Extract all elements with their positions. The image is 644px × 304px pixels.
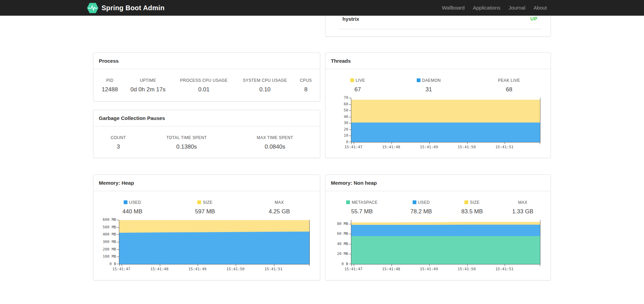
threads-chart: 010203040506070 15:41:4715:41:4815:41:49… [351,98,540,151]
x-tick-label: 15:41:50 [458,145,476,149]
nav-link-journal[interactable]: Journal [505,0,530,16]
y-tick-label: 40 MB [337,242,348,246]
metric-label: PEAK LIVE [470,78,548,83]
heap-chart: 0 B100 MB200 MB300 MB400 MB500 MB600 MB … [119,220,310,273]
metric-value: 3 [96,140,140,150]
metric-value: 0d 0h 2m 17s [124,83,172,93]
y-tick-mark [349,142,351,142]
nonheap-chart-x-axis: 15:41:4715:41:4815:41:4915:41:5015:41:51 [351,264,540,273]
metric-value: 0.0840s [233,140,317,150]
heap-chart-x-axis: 15:41:4715:41:4815:41:4915:41:5015:41:51 [119,264,310,273]
metric-value: 440 MB [96,205,169,215]
gc-pauses-card: Garbage Collection Pauses COUNTTOTAL TIM… [93,110,320,158]
metric-label: PROCESS CPU USAGE [172,78,235,83]
area-series-daemon [351,122,540,142]
y-tick-mark [349,136,351,136]
metric-value: 0.01 [172,83,235,93]
metric-label: UPTIME [124,78,172,83]
pulse-hexagon-icon [87,3,98,13]
health-indicator-name: hystrix [342,16,359,22]
threads-chart-y-axis: 010203040506070 [325,98,348,142]
heap-chart-plot [119,220,310,264]
y-tick-mark [117,264,119,264]
metric-label: USED [96,200,169,205]
nav-link-wallboard[interactable]: Wallboard [438,0,469,16]
y-tick-label: 200 MB [103,247,116,252]
threads-card: Threads LIVEDAEMONPEAK LIVE673168 010203… [325,52,551,158]
x-tick-label: 15:41:51 [495,145,513,149]
process-card: Process PIDUPTIMEPROCESS CPU USAGESYSTEM… [93,52,320,102]
health-status-badge: UP [531,16,537,21]
metric-label: LIVE [328,78,387,83]
nonheap-legend-table: METASPACEUSEDSIZEMAX55.7 MB78.2 MB83.5 M… [328,200,548,215]
x-tick-label: 15:41:47 [344,145,363,149]
metric-value: 1.33 GB [497,205,548,215]
x-tick-label: 15:41:48 [150,267,168,271]
x-tick-label: 15:41:47 [112,267,131,271]
metric-label: MAX [241,200,317,205]
y-tick-label: 0 B [341,262,348,266]
nav-link-applications[interactable]: Applications [469,0,505,16]
metric-value: 55.7 MB [328,205,396,215]
threads-chart-x-axis: 15:41:4715:41:4815:41:4915:41:5015:41:51 [351,142,540,151]
navbar-inner: Spring Boot Admin Wallboard Applications… [93,0,551,16]
heap-legend-table: USEDSIZEMAX440 MB597 MB4.25 GB [96,200,317,215]
y-tick-mark [349,130,351,130]
y-tick-label: 600 MB [103,217,116,222]
y-tick-label: 500 MB [103,225,116,229]
legend-swatch-icon [124,200,127,204]
metric-label: SIZE [169,200,241,205]
y-tick-label: 30 [344,121,348,125]
metric-value: 8 [294,83,317,93]
y-tick-mark [349,110,351,111]
metric-label: USED [396,200,446,205]
memory-heap-card: Memory: Heap USEDSIZEMAX440 MB597 MB4.25… [93,174,320,280]
area-series-used [119,232,309,264]
health-row: hystrix UP [338,16,542,29]
nav-link-about[interactable]: About [530,0,551,16]
y-tick-label: 70 [344,95,348,100]
y-tick-label: 0 B [109,262,116,266]
y-tick-label: 80 MB [337,222,348,226]
x-tick-label: 15:41:48 [382,267,400,271]
x-tick-label: 15:41:51 [264,267,282,271]
x-tick-label: 15:41:50 [227,267,245,271]
metric-value: 83.5 MB [447,205,497,215]
y-tick-mark [349,98,351,98]
y-tick-mark [117,220,119,220]
metric-value: 68 [470,83,548,93]
nonheap-chart: 0 B20 MB40 MB60 MB80 MB 15:41:4715:41:48… [351,220,540,273]
y-tick-label: 50 [344,108,348,112]
metric-label: CPUS [294,78,317,83]
metric-value: 31 [387,83,470,93]
metric-label: DAEMON [387,78,470,83]
metric-label: SIZE [447,200,497,205]
metric-value: 0.1380s [140,140,233,150]
brand-link[interactable]: Spring Boot Admin [87,3,165,13]
y-tick-mark [349,264,351,264]
health-details-card: hystrix UP [325,16,551,37]
x-tick-label: 15:41:49 [420,267,438,271]
y-tick-mark [349,234,351,234]
x-tick-label: 15:41:49 [420,145,438,149]
process-metrics-table: PIDUPTIMEPROCESS CPU USAGESYSTEM CPU USA… [96,78,317,93]
brand-title: Spring Boot Admin [102,4,165,12]
y-tick-mark [349,254,351,254]
x-tick-label: 15:41:47 [344,267,363,271]
y-tick-mark [349,104,351,105]
threads-card-title: Threads [325,53,551,69]
metric-value: 12488 [96,83,124,93]
y-tick-label: 40 [344,115,348,119]
y-tick-mark [349,123,351,123]
memory-nonheap-card: Memory: Non heap METASPACEUSEDSIZEMAX55.… [325,174,551,280]
y-tick-mark [117,227,119,228]
legend-swatch-icon [417,78,420,82]
legend-swatch-icon [464,200,468,204]
metric-label: COUNT [96,135,140,140]
metric-label: METASPACE [328,200,396,205]
y-tick-label: 20 [344,127,348,132]
y-tick-label: 0 [346,140,348,144]
metric-value: 4.25 GB [241,205,317,215]
nav-links: Wallboard Applications Journal About [438,0,551,16]
legend-swatch-icon [413,200,416,204]
